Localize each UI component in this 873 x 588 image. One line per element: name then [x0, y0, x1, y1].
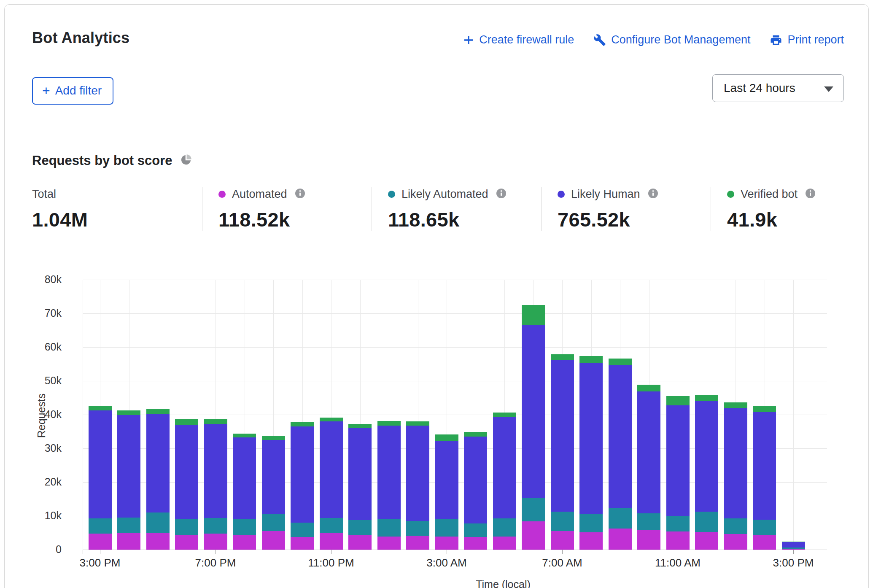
bar-segment-likely-human	[609, 365, 632, 508]
bar-segment-likely-human	[377, 426, 401, 519]
stacked-bar-900am[interactable]	[609, 359, 632, 550]
bar-segment-likely-human	[493, 417, 516, 518]
stacked-bar-400pm[interactable]	[117, 410, 140, 550]
bar-segment-likely-human	[204, 424, 227, 518]
x-axis-title: Time (local)	[440, 578, 566, 588]
bar-segment-likely-human	[291, 426, 314, 523]
bar-segment-likely-human	[551, 360, 574, 511]
bar-segment-automated	[146, 533, 170, 550]
stacked-bar-200pm[interactable]	[753, 406, 776, 550]
stacked-bar-1000pm[interactable]	[291, 422, 314, 550]
stacked-bar-1100pm[interactable]	[320, 418, 343, 550]
stacked-bar-900pm[interactable]	[262, 436, 285, 550]
time-range-value: Last 24 hours	[724, 81, 795, 95]
x-gridline	[793, 280, 794, 550]
stat-value: 765.52k	[558, 208, 711, 231]
add-filter-button[interactable]: + Add filter	[32, 77, 113, 105]
y-tick-label: 60k	[22, 341, 62, 353]
stat-value: 118.52k	[218, 208, 372, 231]
x-tick	[447, 550, 447, 554]
pie-chart-icon	[180, 154, 192, 168]
bar-segment-likely-human	[464, 437, 487, 523]
bar-segment-verified-bot	[724, 402, 747, 408]
bar-segment-likely-human	[695, 401, 718, 512]
stacked-bar-700am[interactable]	[551, 354, 574, 550]
stacked-bar-1100am[interactable]	[666, 396, 690, 550]
stat-label: Automated	[232, 188, 287, 201]
stacked-bar-100am[interactable]	[377, 421, 401, 550]
bar-segment-likely-human	[89, 410, 112, 518]
stacked-bar-800am[interactable]	[579, 356, 603, 550]
stacked-bar-1200pm[interactable]	[695, 395, 718, 550]
stacked-bar-600am[interactable]	[522, 305, 545, 550]
stacked-bar-500pm[interactable]	[146, 409, 170, 550]
create-firewall-rule-link[interactable]: Create firewall rule	[463, 33, 574, 46]
y-tick-label: 50k	[22, 375, 62, 387]
stacked-bar-300am[interactable]	[435, 434, 458, 550]
info-icon[interactable]	[806, 189, 815, 200]
likely-automated-legend-dot	[388, 191, 395, 198]
bar-segment-verified-bot	[320, 418, 343, 421]
time-range-select[interactable]: Last 24 hours	[712, 74, 844, 102]
info-icon[interactable]	[496, 189, 506, 200]
stacked-bar-300pm[interactable]	[89, 406, 112, 550]
add-filter-label: Add filter	[55, 84, 102, 97]
bar-segment-likely-human	[348, 428, 372, 520]
bar-segment-likely-human	[724, 408, 747, 518]
bar-segment-likely-automated	[522, 498, 545, 521]
section-title: Requests by bot score	[32, 153, 172, 168]
bar-segment-automated	[522, 521, 545, 550]
bar-segment-automated	[377, 537, 401, 550]
bar-segment-verified-bot	[493, 413, 516, 417]
bar-segment-likely-automated	[320, 518, 343, 533]
info-icon[interactable]	[295, 189, 305, 200]
stacked-bar-800pm[interactable]	[233, 434, 256, 550]
action-label: Create firewall rule	[479, 33, 574, 46]
x-tick-label: 3:00 PM	[751, 556, 835, 569]
stacked-bar-100pm[interactable]	[724, 402, 747, 550]
bar-segment-likely-human	[637, 391, 660, 514]
stacked-bar-700pm[interactable]	[204, 419, 227, 550]
info-icon[interactable]	[648, 189, 658, 200]
bar-segment-likely-automated	[609, 508, 632, 529]
requests-by-bot-score-chart: Requests Time (local) 010k20k30k40k50k60…	[5, 261, 869, 588]
bar-segment-automated	[724, 534, 747, 550]
stacked-bar-400am[interactable]	[464, 432, 487, 550]
plus-icon	[463, 35, 474, 46]
bar-segment-verified-bot	[117, 410, 140, 415]
bar-segment-likely-human	[233, 437, 256, 519]
bar-segment-automated	[406, 536, 429, 550]
stacked-bar-300pm[interactable]	[782, 542, 805, 550]
stacked-bar-600pm[interactable]	[175, 419, 198, 550]
x-tick-label: 7:00 AM	[520, 556, 604, 569]
y-axis-line	[83, 280, 83, 550]
y-tick-label: 80k	[22, 273, 62, 286]
configure-bot-management-link[interactable]: Configure Bot Management	[593, 33, 750, 46]
stacked-bar-1000am[interactable]	[637, 385, 660, 550]
stat-value: 118.65k	[388, 208, 541, 231]
bar-segment-automated	[175, 535, 198, 550]
bar-segment-likely-human	[435, 441, 458, 519]
bar-segment-automated	[435, 537, 458, 550]
bar-segment-automated	[666, 531, 690, 550]
stacked-bar-1200am[interactable]	[348, 424, 372, 550]
y-tick-label: 0	[22, 543, 62, 556]
bar-segment-likely-automated	[551, 512, 574, 531]
stacked-bar-500am[interactable]	[493, 413, 516, 550]
bar-segment-likely-automated	[348, 520, 372, 535]
bar-segment-likely-automated	[233, 519, 256, 535]
printer-icon	[770, 34, 782, 46]
bar-segment-likely-automated	[493, 518, 516, 537]
plot-area[interactable]	[83, 280, 827, 550]
wrench-icon	[593, 34, 606, 46]
bar-segment-verified-bot	[377, 421, 401, 425]
bar-segment-likely-automated	[724, 518, 747, 534]
bar-segment-verified-bot	[637, 385, 660, 391]
print-report-link[interactable]: Print report	[770, 33, 844, 46]
bar-segment-automated	[464, 537, 487, 550]
bar-segment-verified-bot	[695, 395, 718, 401]
bar-segment-verified-bot	[348, 424, 372, 428]
stacked-bar-200am[interactable]	[406, 421, 429, 550]
chevron-down-icon	[824, 86, 833, 92]
stat-likely-automated: Likely Automated 118.65k	[372, 187, 541, 231]
